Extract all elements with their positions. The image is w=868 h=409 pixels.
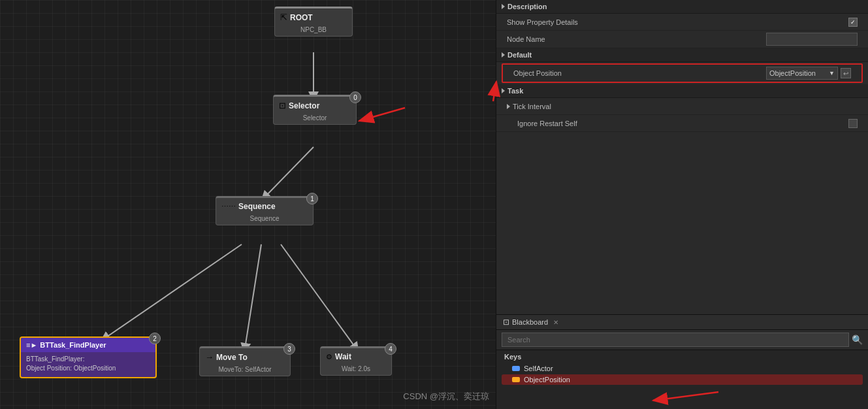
node-root-header: ⇱ ROOT [275, 8, 352, 26]
node-name-input[interactable] [766, 33, 858, 46]
node-name-row: Node Name [496, 31, 868, 48]
blackboard-search-row: 🔍 [496, 330, 868, 350]
task-triangle [502, 88, 505, 93]
root-subtitle: NPC_BB [275, 26, 352, 36]
show-property-value [848, 18, 858, 27]
search-icon: 🔍 [852, 335, 863, 345]
svg-line-2 [104, 244, 242, 338]
object-position-dropdown-text: ObjectPosition [769, 69, 816, 77]
sequence-badge: 1 [306, 193, 318, 204]
node-bttask[interactable]: 2 ≡► BTTask_FindPlayer BTTask_FindPlayer… [20, 336, 157, 378]
bttask-line1: BTTask_FindPlayer: [26, 355, 150, 364]
selector-title: Selector [289, 101, 319, 110]
sequence-header: ⋯⋯ Sequence [216, 198, 313, 215]
node-moveto[interactable]: 3 → Move To MoveTo: SelfActor [199, 346, 291, 376]
node-sequence[interactable]: 1 ⋯⋯ Sequence Sequence [216, 196, 313, 225]
bttask-body: BTTask_FindPlayer: Object Position: Obje… [21, 352, 155, 377]
default-section-header: Default [496, 48, 868, 62]
key-objectposition[interactable]: ObjectPosition [502, 374, 863, 385]
key-selfactor[interactable]: SelfActor [496, 363, 868, 374]
watermark: CSDN @浮沉、奕迁琼 [403, 391, 489, 402]
graph-panel[interactable]: ⇱ ROOT NPC_BB 0 ⊡ Selector Selector 1 ⋯⋯… [0, 0, 496, 409]
svg-line-3 [245, 244, 261, 348]
tick-interval-label: Tick Interval [513, 103, 858, 110]
object-position-value: ObjectPosition ▼ ↩ [766, 67, 851, 80]
moveto-icon: → [205, 352, 214, 362]
node-wait[interactable]: 4 ⚙ Wait Wait: 2.0s [320, 346, 392, 376]
show-property-checkbox[interactable] [848, 18, 858, 27]
moveto-badge: 3 [283, 343, 295, 355]
selfactor-label: SelfActor [524, 365, 553, 372]
tick-interval-triangle [507, 104, 510, 109]
sequence-icon: ⋯⋯ [221, 203, 236, 211]
bttask-icon: ≡► [26, 341, 37, 349]
node-name-value [766, 33, 858, 46]
wait-title: Wait [335, 352, 351, 361]
description-section-header: Description [496, 0, 868, 14]
object-position-reset[interactable]: ↩ [841, 68, 851, 78]
objectposition-dot [512, 377, 520, 382]
node-name-label: Node Name [507, 35, 766, 43]
selector-subtitle: Selector [274, 114, 356, 124]
bttask-line2: Object Position: ObjectPosition [26, 364, 150, 373]
moveto-header: → Move To [200, 348, 290, 366]
keys-label: Keys [504, 353, 521, 361]
blackboard-tab-label[interactable]: ⊡ Blackboard ✕ [503, 318, 558, 327]
svg-line-1 [265, 147, 313, 197]
blackboard-tab[interactable]: ⊡ Blackboard ✕ [496, 315, 868, 330]
blackboard-icon: ⊡ [503, 318, 509, 327]
bttask-title: BTTask_FindPlayer [40, 341, 106, 349]
bttask-badge: 2 [149, 333, 161, 344]
moveto-subtitle: MoveTo: SelfActor [200, 366, 290, 376]
tick-interval-row: Tick Interval [496, 98, 868, 115]
selfactor-dot [512, 366, 520, 371]
right-panel: Description Show Property Details Node N… [496, 0, 868, 409]
bttask-header: ≡► BTTask_FindPlayer [21, 338, 155, 352]
task-section-header: Task [496, 84, 868, 98]
node-selector[interactable]: 0 ⊡ Selector Selector [273, 95, 357, 125]
show-property-details-row: Show Property Details [496, 14, 868, 31]
wait-subtitle: Wait: 2.0s [321, 365, 391, 375]
default-triangle [502, 52, 505, 57]
ignore-restart-value [848, 119, 858, 128]
root-icon: ⇱ [280, 12, 287, 22]
blackboard-panel: ⊡ Blackboard ✕ 🔍 Keys SelfActor ObjectPo… [496, 314, 868, 409]
show-property-label: Show Property Details [507, 18, 848, 26]
ignore-restart-row: Ignore Restart Self [496, 115, 868, 132]
selector-header: ⊡ Selector [274, 97, 356, 114]
blackboard-tab-text: Blackboard [512, 318, 548, 326]
ignore-restart-label: Ignore Restart Self [507, 120, 848, 127]
selector-icon: ⊡ [279, 101, 286, 110]
blackboard-search-input[interactable] [502, 333, 849, 347]
wait-icon: ⚙ [326, 353, 332, 361]
root-title: ROOT [290, 13, 313, 22]
keys-section-header: Keys [496, 350, 868, 363]
sequence-subtitle: Sequence [216, 215, 313, 225]
dropdown-chevron: ▼ [829, 70, 835, 76]
description-triangle [502, 4, 505, 9]
wait-header: ⚙ Wait [321, 348, 391, 365]
task-label: Task [507, 87, 523, 95]
object-position-dropdown[interactable]: ObjectPosition ▼ [766, 67, 838, 80]
moveto-title: Move To [216, 353, 248, 362]
properties-panel: Description Show Property Details Node N… [496, 0, 868, 314]
svg-line-4 [281, 244, 356, 348]
selector-badge: 0 [349, 91, 361, 103]
default-label: Default [507, 51, 532, 59]
object-position-row: Object Position ObjectPosition ▼ ↩ [502, 63, 863, 83]
description-label: Description [507, 3, 547, 10]
ignore-restart-checkbox[interactable] [848, 119, 858, 128]
blackboard-tab-close[interactable]: ✕ [553, 319, 558, 326]
wait-badge: 4 [385, 343, 396, 355]
object-position-label: Object Position [513, 69, 766, 77]
sequence-title: Sequence [238, 202, 276, 211]
svg-line-5 [359, 108, 405, 121]
objectposition-label: ObjectPosition [524, 376, 570, 384]
node-root[interactable]: ⇱ ROOT NPC_BB [274, 7, 353, 37]
